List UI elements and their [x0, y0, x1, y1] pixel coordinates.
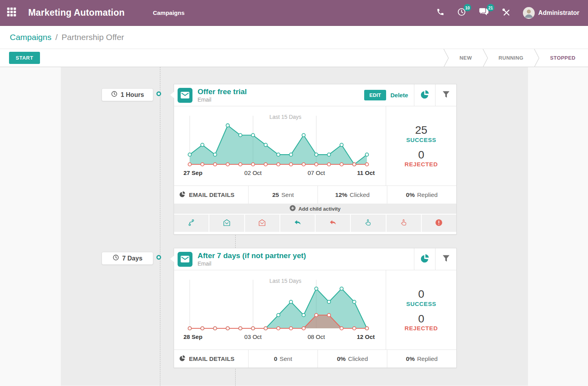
top-navbar: Marketing Automation Campaigns 10	[0, 0, 588, 26]
filter-tab[interactable]	[435, 84, 456, 106]
activity-card-header: After 7 days (if not partner yet) Email	[174, 248, 456, 270]
topbar-systray: 10 21	[436, 7, 588, 19]
branch-icon	[187, 218, 195, 228]
user-menu[interactable]: Administrator	[523, 7, 579, 19]
activity-card: Offer free trial Email EDIT Delete	[174, 84, 457, 235]
filter-tab[interactable]	[435, 248, 456, 270]
email-type-icon	[178, 252, 192, 267]
card-pointer	[170, 256, 174, 262]
sent-value: 0	[274, 355, 278, 362]
email-opened-icon	[223, 218, 231, 228]
stage-running[interactable]: RUNNING	[488, 49, 534, 67]
app-title: Marketing Automation	[28, 7, 125, 18]
activity-card-body: Last 15 Days28 Sep03 Oct08 Oct12 Oct 0 S…	[174, 270, 456, 350]
not-clicked-trigger-button[interactable]	[387, 215, 421, 232]
email-details-button[interactable]: EMAIL DETAILS	[174, 350, 248, 368]
apps-menu-button[interactable]	[0, 7, 23, 19]
sent-unit: Sent	[281, 191, 294, 198]
replied-value: 0%	[406, 191, 415, 198]
stage-stopped[interactable]: STOPPED	[540, 49, 586, 67]
stage-separator	[443, 49, 449, 67]
last-15-days-chart: Last 15 Days28 Sep03 Oct08 Oct12 Oct	[183, 274, 379, 342]
activity-chart: Last 15 Days28 Sep03 Oct08 Oct12 Oct	[174, 270, 386, 350]
child-timeline-stub	[235, 235, 236, 248]
sent-value: 25	[272, 191, 279, 198]
clicked-unit: Clicked	[348, 355, 368, 362]
filter-funnel-icon	[442, 255, 450, 264]
child-timeline-stub	[235, 369, 236, 386]
email-stats-row: EMAIL DETAILS 0 Sent 0% Clicked 0% Repli…	[174, 350, 456, 368]
clicked-trigger-button[interactable]	[351, 215, 385, 232]
sent-stat[interactable]: 25 Sent	[248, 186, 318, 204]
last-15-days-chart: Last 15 Days27 Sep02 Oct07 Oct11 Oct	[183, 110, 379, 178]
replied-icon	[294, 218, 301, 228]
replied-trigger-button[interactable]	[280, 215, 315, 232]
message-badge: 21	[487, 4, 494, 11]
filter-funnel-icon	[442, 91, 450, 100]
breadcrumb-separator: /	[55, 33, 58, 42]
delay-badge[interactable]: 1 Hours	[102, 88, 153, 101]
breadcrumb: Campaigns / Partnership Offer	[0, 26, 588, 49]
apps-grid-icon	[6, 7, 17, 19]
email-stats-row: EMAIL DETAILS 25 Sent 12% Clicked 0% Rep…	[174, 186, 456, 204]
svg-text:12 Oct: 12 Oct	[357, 333, 375, 340]
small-clock-icon	[113, 254, 119, 262]
child-trigger-row	[174, 214, 456, 234]
replied-stat[interactable]: 0% Replied	[387, 186, 456, 204]
stage-new[interactable]: NEW	[449, 49, 482, 67]
breadcrumb-parent-link[interactable]: Campaigns	[10, 33, 51, 42]
developer-tools-button[interactable]	[502, 8, 510, 18]
email-type-icon	[178, 88, 192, 103]
clicked-value: 0%	[337, 355, 345, 362]
delay-label: 1 Hours	[121, 91, 144, 98]
success-count: 0	[406, 288, 436, 300]
svg-text:Last 15 Days: Last 15 Days	[269, 114, 301, 120]
graph-tab[interactable]	[414, 248, 435, 270]
activity-card-header: Offer free trial Email EDIT Delete	[174, 84, 456, 106]
messages-button[interactable]: 21	[479, 7, 489, 18]
not-replied-trigger-button[interactable]	[316, 215, 350, 232]
timeline-node[interactable]	[156, 91, 161, 96]
activity-card-body: Last 15 Days27 Sep02 Oct07 Oct11 Oct 25 …	[174, 106, 456, 186]
activity-badge: 10	[464, 4, 471, 11]
sent-stat[interactable]: 0 Sent	[248, 350, 318, 368]
page-title: Partnership Offer	[62, 33, 124, 42]
clicked-stat[interactable]: 0% Clicked	[318, 350, 387, 368]
add-child-label: Add child activity	[298, 206, 341, 212]
svg-text:08 Oct: 08 Oct	[308, 333, 325, 340]
bounced-trigger-button[interactable]	[422, 215, 456, 232]
branch-trigger-button[interactable]	[174, 215, 209, 232]
pie-chart-icon	[420, 254, 429, 264]
replied-unit: Replied	[417, 355, 438, 362]
clicked-stat[interactable]: 12% Clicked	[318, 186, 387, 204]
start-button[interactable]: START	[9, 52, 40, 64]
opened-trigger-button[interactable]	[209, 215, 244, 232]
not-replied-icon	[329, 218, 337, 228]
activity-type: Email	[198, 96, 364, 103]
success-count: 25	[406, 124, 436, 137]
not-opened-trigger-button[interactable]	[245, 215, 279, 232]
activity-title[interactable]: Offer free trial	[198, 87, 364, 96]
content-area: 1 Hours 7 Days Offer free trial Email	[0, 67, 588, 386]
svg-text:02 Oct: 02 Oct	[244, 169, 262, 176]
timeline-node[interactable]	[156, 255, 161, 260]
menu-campaigns[interactable]: Campaigns	[153, 9, 185, 16]
phone-button[interactable]	[436, 8, 445, 18]
pie-chart-icon	[179, 191, 185, 198]
replied-stat[interactable]: 0% Replied	[387, 350, 456, 368]
pie-chart-icon	[420, 90, 429, 100]
delete-button[interactable]: Delete	[390, 92, 408, 98]
add-child-activity-button[interactable]: Add child activity	[174, 204, 456, 214]
replied-value: 0%	[406, 355, 415, 362]
activities-button[interactable]: 10	[457, 7, 466, 18]
edit-button[interactable]: EDIT	[364, 90, 386, 100]
email-not-opened-icon	[258, 218, 266, 228]
graph-tab[interactable]	[414, 84, 435, 106]
action-bar: START NEW RUNNING STOPPED	[0, 49, 588, 67]
rejected-label: REJECTED	[405, 161, 438, 168]
delay-badge[interactable]: 7 Days	[102, 252, 153, 265]
email-details-button[interactable]: EMAIL DETAILS	[174, 186, 248, 204]
activity-chart: Last 15 Days27 Sep02 Oct07 Oct11 Oct	[174, 106, 386, 186]
svg-text:03 Oct: 03 Oct	[244, 333, 262, 340]
activity-title[interactable]: After 7 days (if not partner yet)	[198, 251, 414, 260]
